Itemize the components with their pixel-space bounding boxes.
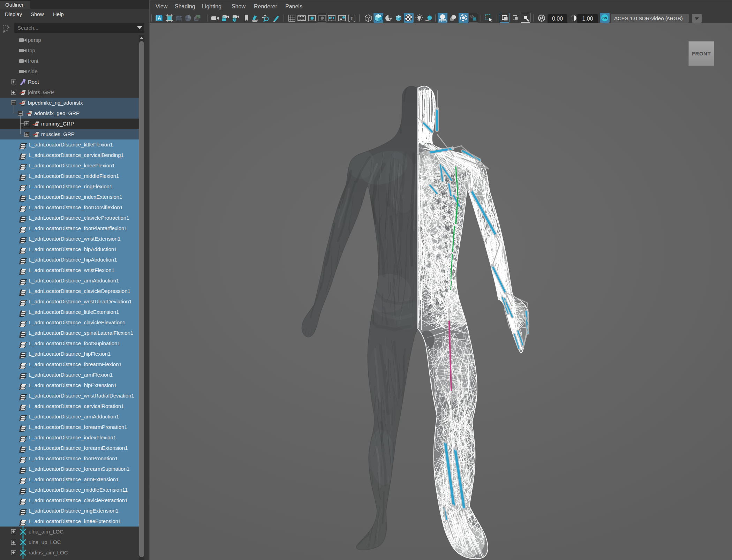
svg-text:A: A [158,15,161,21]
svg-text:T: T [350,16,353,21]
svg-text:ON: ON [602,16,607,20]
